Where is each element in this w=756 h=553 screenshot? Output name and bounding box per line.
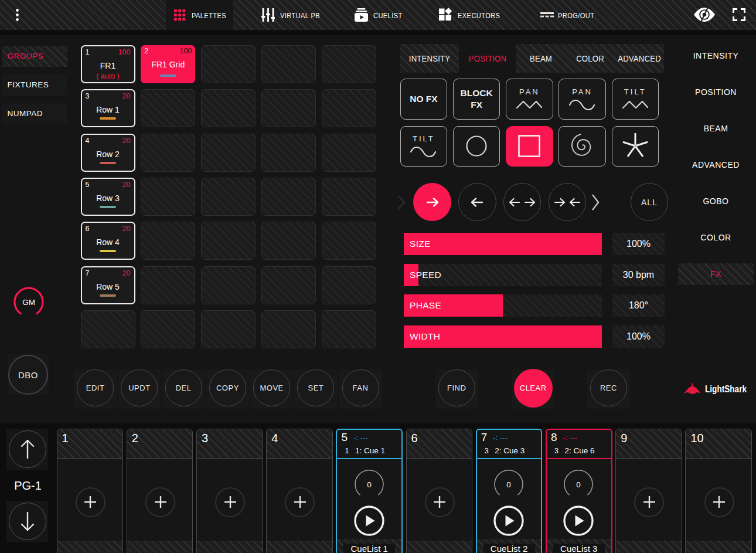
svg-text:GM: GM [22, 298, 35, 307]
svg-text:0: 0 [506, 480, 511, 489]
svg-text:0: 0 [367, 480, 372, 489]
svg-text:0: 0 [576, 480, 581, 489]
